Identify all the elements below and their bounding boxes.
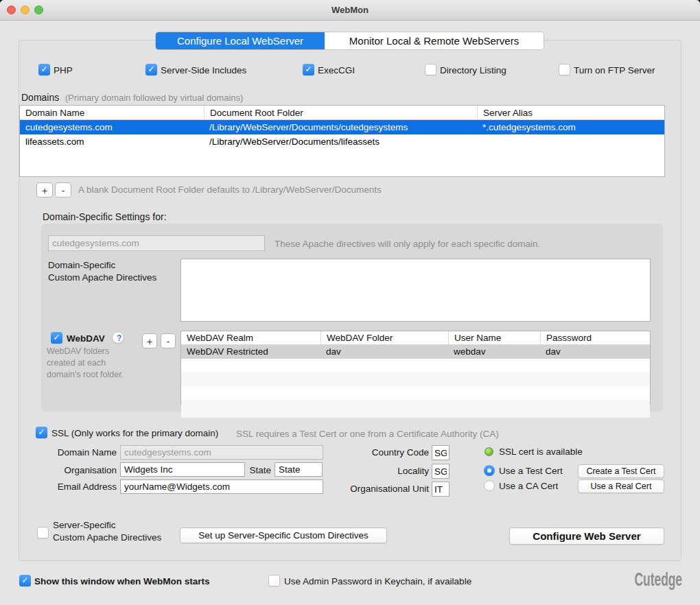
webdav-description-line1: WebDAV folders xyxy=(47,346,109,356)
ssl-cert-status-led-icon xyxy=(485,447,493,456)
domain-settings-title: Domain-Specific Settings for: xyxy=(43,211,167,222)
title-bar: WebMon xyxy=(0,0,700,21)
document-root-cell: /Library/WebServer/Documents/lifeassets xyxy=(204,134,477,149)
remove-webdav-button[interactable]: - xyxy=(161,333,176,348)
domains-col-server-alias[interactable]: Server Alias xyxy=(477,106,664,119)
ssl-email-label: Email Address xyxy=(0,482,117,492)
webdav-description-line2: created at each xyxy=(47,358,106,368)
webdav-empty-row xyxy=(181,359,650,372)
domain-name-cell: lifeassets.com xyxy=(20,134,204,149)
check-icon: ✓ xyxy=(38,64,50,75)
use-real-cert-button[interactable]: Use a Real Cert xyxy=(578,479,664,493)
directives-label-line1: Domain-Specific xyxy=(48,260,115,270)
webdav-col-user[interactable]: User Name xyxy=(448,331,540,344)
execcgi-label: ExecCGI xyxy=(318,65,355,75)
tab-configure-local-webserver[interactable]: Configure Local WebServer xyxy=(156,32,325,49)
keychain-checkbox[interactable] xyxy=(268,575,280,586)
ssl-domain-name-label: Domain Name xyxy=(0,447,117,458)
ftp-server-label: Turn on FTP Server xyxy=(574,65,655,75)
add-domain-button[interactable]: + xyxy=(36,182,53,198)
ssl-locality-field[interactable] xyxy=(432,464,450,479)
create-test-cert-button[interactable]: Create a Test Cert xyxy=(578,464,664,478)
webdav-empty-row xyxy=(181,372,650,386)
domains-section-sublabel: (Primary domain followed by virtual doma… xyxy=(65,93,243,103)
directory-listing-checkbox[interactable] xyxy=(425,64,436,75)
execcgi-checkbox[interactable]: ✓ xyxy=(303,64,314,75)
check-icon: ✓ xyxy=(36,427,47,438)
ssl-org-unit-field[interactable] xyxy=(432,482,450,497)
setup-server-directives-button[interactable]: Set up Server-Specific Custom Directives xyxy=(180,527,387,543)
directory-listing-label: Directory Listing xyxy=(440,65,506,75)
server-specific-checkbox[interactable] xyxy=(37,527,49,538)
ssl-cert-status-label: SSL cert is available xyxy=(499,447,583,457)
ssl-locality-label: Locality xyxy=(292,466,429,476)
domain-settings-note: These Apache directives will only apply … xyxy=(275,239,540,249)
use-ca-cert-label: Use a CA Cert xyxy=(499,481,558,491)
webdav-col-password[interactable]: Passsword xyxy=(540,331,650,344)
php-label: PHP xyxy=(54,65,73,75)
window-title: WebMon xyxy=(0,5,700,15)
domains-section-label: Domains xyxy=(21,92,59,103)
remove-domain-button[interactable]: - xyxy=(55,182,71,198)
tab-monitor-webservers[interactable]: Monitor Local & Remote WebServers xyxy=(325,32,544,49)
ssl-checkbox[interactable]: ✓ xyxy=(36,427,47,438)
webdav-label: WebDAV xyxy=(67,333,105,344)
webdav-row-selected[interactable]: WebDAV Restricted dav webdav dav xyxy=(181,345,650,359)
webdav-table: WebDAV Realm WebDAV Folder User Name Pas… xyxy=(180,331,651,405)
ssl-note: SSL requires a Test Cert or one from a C… xyxy=(236,429,499,439)
show-window-label: Show this window when WebMon starts xyxy=(34,576,210,586)
domains-row[interactable]: lifeassets.com /Library/WebServer/Docume… xyxy=(20,134,664,149)
webdav-col-folder[interactable]: WebDAV Folder xyxy=(320,331,448,344)
domains-hint: A blank Document Root Folder defaults to… xyxy=(78,185,382,195)
server-specific-label-line1: Server-Specific xyxy=(53,520,116,530)
webdav-col-realm[interactable]: WebDAV Realm xyxy=(181,331,320,344)
document-root-cell: /Library/WebServer/Documents/cutedgesyst… xyxy=(204,120,477,134)
webdav-table-header: WebDAV Realm WebDAV Folder User Name Pas… xyxy=(181,331,650,345)
use-test-cert-label: Use a Test Cert xyxy=(499,466,563,476)
check-icon: ✓ xyxy=(19,575,31,586)
ssl-org-unit-label: Organisational Unit xyxy=(292,484,429,494)
php-checkbox[interactable]: ✓ xyxy=(38,64,50,75)
domains-table-header: Domain Name Document Root Folder Server … xyxy=(20,106,664,120)
use-ca-cert-radio[interactable] xyxy=(484,480,495,491)
add-webdav-button[interactable]: + xyxy=(142,333,157,348)
domains-table: Domain Name Document Root Folder Server … xyxy=(19,105,665,177)
configure-web-server-button[interactable]: Configure Web Server xyxy=(509,527,664,545)
domain-name-cell: cutedgesystems.com xyxy=(20,120,204,134)
cutedge-logo: Cutedge xyxy=(635,569,682,591)
show-window-checkbox[interactable]: ✓ xyxy=(19,575,31,586)
ssl-state-label: State xyxy=(200,465,271,475)
server-side-includes-label: Server-Side Includes xyxy=(161,65,246,75)
ssl-country-code-label: Country Code xyxy=(292,447,429,458)
server-side-includes-checkbox[interactable]: ✓ xyxy=(145,64,157,75)
keychain-label: Use Admin Password in Keychain, if avail… xyxy=(284,576,471,586)
webdav-password-cell: dav xyxy=(540,345,650,359)
check-icon: ✓ xyxy=(51,332,62,344)
webdav-description-line3: domain's root folder. xyxy=(47,370,124,379)
server-alias-cell: *.cutedgesystems.com xyxy=(477,120,664,134)
domains-col-domain-name[interactable]: Domain Name xyxy=(20,106,204,119)
webdav-realm-cell: WebDAV Restricted xyxy=(181,345,320,359)
check-icon: ✓ xyxy=(145,64,157,75)
domains-row-selected[interactable]: cutedgesystems.com /Library/WebServer/Do… xyxy=(20,120,664,134)
server-specific-label-line2: Custom Apache Directives xyxy=(53,532,161,543)
domains-col-document-root[interactable]: Document Root Folder xyxy=(204,106,477,119)
domain-settings-domain-field[interactable] xyxy=(48,235,265,251)
ftp-server-checkbox[interactable] xyxy=(559,64,570,75)
custom-apache-directives-textarea[interactable] xyxy=(180,259,651,322)
webdav-empty-row xyxy=(181,400,650,418)
webdav-user-cell: webdav xyxy=(448,345,540,359)
server-alias-cell xyxy=(477,134,664,149)
ssl-country-code-field[interactable] xyxy=(432,445,450,460)
use-test-cert-radio[interactable] xyxy=(484,465,495,476)
webmon-window: WebMon Configure Local WebServer Monitor… xyxy=(0,0,700,605)
webdav-checkbox[interactable]: ✓ xyxy=(51,332,62,344)
webdav-folder-cell: dav xyxy=(320,345,448,359)
tab-bar: Configure Local WebServer Monitor Local … xyxy=(155,32,544,50)
ssl-label: SSL (Only works for the primary domain) xyxy=(51,428,218,438)
directives-label-line2: Custom Apache Directives xyxy=(48,272,156,283)
webdav-help-button[interactable]: ? xyxy=(112,331,124,344)
webdav-empty-row xyxy=(181,386,650,400)
ssl-organisation-label: Organisation xyxy=(0,465,117,475)
check-icon: ✓ xyxy=(303,64,314,75)
